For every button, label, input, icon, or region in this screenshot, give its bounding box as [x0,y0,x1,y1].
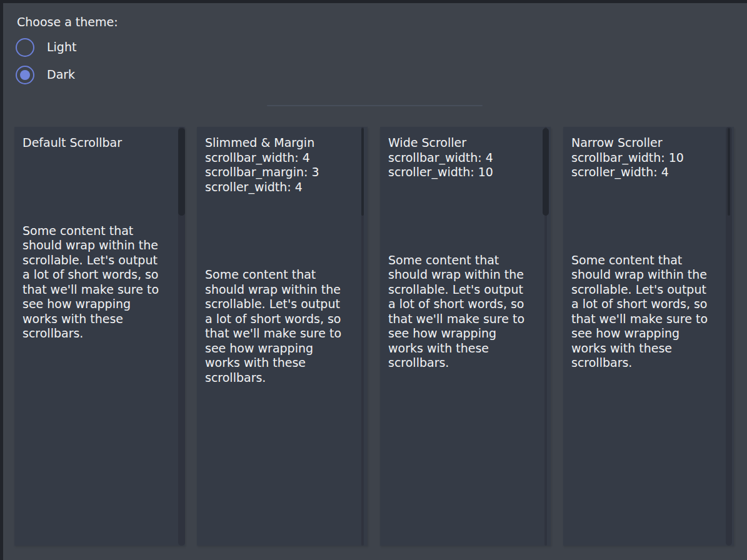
panel-title: Default Scrollbar [23,136,169,151]
radio-dark-icon [16,66,34,84]
section-divider [267,105,483,106]
window-border-left [0,0,3,560]
panel-default-scrollbar[interactable]: Default Scrollbar Some content that shou… [14,127,185,546]
scrollbar-thumb[interactable] [361,128,364,216]
panel-config: scrollbar_width: 4 scrollbar_margin: 3 s… [205,151,351,195]
radio-light-icon [16,38,34,57]
panel-title: Narrow Scroller [571,136,718,151]
panel-content-text: Some content that should wrap within the… [14,224,185,341]
panel-content-text: Some content that should wrap within the… [197,268,368,385]
panel-content-text: Some content that should wrap within the… [380,253,551,371]
scrollbar-thumb[interactable] [543,128,549,216]
panel-slimmed-margin[interactable]: Slimmed & Margin scrollbar_width: 4 scro… [197,127,368,546]
theme-chooser-label: Choose a theme: [17,15,118,30]
scrollbar-thumb[interactable] [728,128,730,216]
panel-narrow-scroller[interactable]: Narrow Scroller scrollbar_width: 10 scro… [563,127,734,546]
panel-header: Narrow Scroller scrollbar_width: 10 scro… [563,127,734,180]
panel-title: Wide Scroller [388,136,534,151]
panel-wide-scroller[interactable]: Wide Scroller scrollbar_width: 4 scrolle… [380,127,551,546]
radio-dark-label: Dark [47,68,75,82]
panel-config: scrollbar_width: 4 scroller_width: 10 [388,151,534,180]
radio-option-dark[interactable]: Dark [16,66,75,84]
radio-option-light[interactable]: Light [16,38,76,57]
window-border-top [0,0,747,3]
radio-dot-icon [20,70,30,80]
panel-header: Slimmed & Margin scrollbar_width: 4 scro… [197,127,368,194]
panel-content-text: Some content that should wrap within the… [563,253,734,371]
radio-light-label: Light [47,40,76,55]
scrollbar-thumb[interactable] [178,128,185,216]
panel-header: Wide Scroller scrollbar_width: 4 scrolle… [380,127,551,180]
panel-config: scrollbar_width: 10 scroller_width: 4 [571,151,718,180]
panel-header: Default Scrollbar [14,127,185,151]
panel-title: Slimmed & Margin [205,136,351,151]
